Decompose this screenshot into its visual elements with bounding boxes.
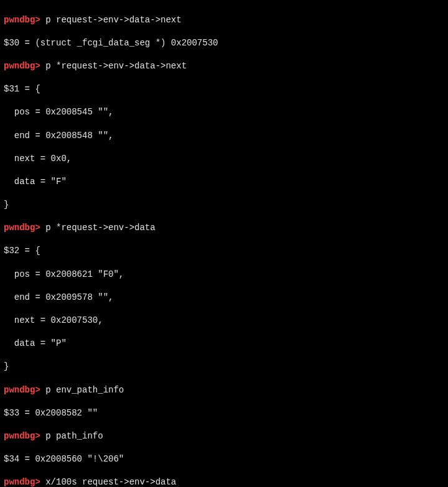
prompt: pwndbg> bbox=[4, 61, 40, 71]
command-text: x/100s request->env->data bbox=[40, 477, 176, 487]
output-line: } bbox=[4, 361, 444, 373]
command-text: p path_info bbox=[40, 431, 103, 441]
output-line: next = 0x2007530, bbox=[4, 315, 444, 327]
output-line: end = 0x2008548 "", bbox=[4, 130, 444, 142]
prompt-line[interactable]: pwndbg> p *request->env->data bbox=[4, 222, 444, 234]
output-line: $30 = (struct _fcgi_data_seg *) 0x200753… bbox=[4, 37, 444, 49]
command-text: p *request->env->data->next bbox=[40, 61, 187, 71]
prompt: pwndbg> bbox=[4, 15, 40, 25]
prompt-line[interactable]: pwndbg> x/100s request->env->data bbox=[4, 476, 444, 487]
output-line: $32 = { bbox=[4, 245, 444, 257]
prompt: pwndbg> bbox=[4, 431, 40, 441]
prompt: pwndbg> bbox=[4, 385, 40, 395]
output-line: end = 0x2009578 "", bbox=[4, 292, 444, 304]
command-text: p *request->env->data bbox=[40, 223, 156, 233]
prompt-line[interactable]: pwndbg> p request->env->data->next bbox=[4, 14, 444, 26]
output-line: $33 = 0x2008582 "" bbox=[4, 407, 444, 419]
prompt-line[interactable]: pwndbg> p *request->env->data->next bbox=[4, 60, 444, 72]
output-line: pos = 0x2008545 "", bbox=[4, 106, 444, 118]
terminal-output[interactable]: pwndbg> p request->env->data->next $30 =… bbox=[0, 0, 448, 487]
command-text: p request->env->data->next bbox=[40, 15, 182, 25]
output-line: data = "P" bbox=[4, 338, 444, 350]
output-line: $31 = { bbox=[4, 83, 444, 95]
prompt-line[interactable]: pwndbg> p env_path_info bbox=[4, 384, 444, 396]
prompt-line[interactable]: pwndbg> p path_info bbox=[4, 430, 444, 442]
output-line: pos = 0x2008621 "F0", bbox=[4, 269, 444, 281]
output-line: next = 0x0, bbox=[4, 153, 444, 165]
prompt: pwndbg> bbox=[4, 223, 40, 233]
output-line: data = "F" bbox=[4, 176, 444, 188]
command-text: p env_path_info bbox=[40, 385, 124, 395]
prompt: pwndbg> bbox=[4, 477, 40, 487]
output-line: $34 = 0x2008560 "!\206" bbox=[4, 453, 444, 465]
output-line: } bbox=[4, 199, 444, 211]
